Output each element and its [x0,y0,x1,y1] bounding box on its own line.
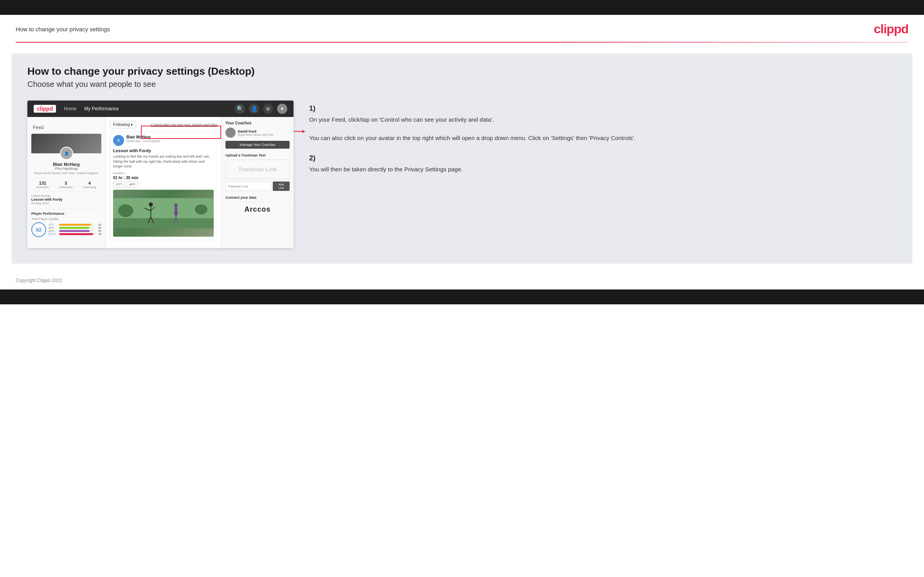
profile-banner: 👤 [31,134,101,153]
page-heading: How to change your privacy settings (Des… [27,65,897,77]
app-mockup: clippd Home My Performance 🔍 👤 ⊕ ▼ Feed [27,101,294,248]
connect-data-section: Connect your data Arccos [225,196,290,217]
coach-club: Royal North Devon Golf Club [238,133,273,136]
instruction-1-text: On your Feed, click/tap on 'Control who … [309,115,897,142]
tag-ott: OTT [113,182,125,187]
post-card: B Blair McHarg Yesterday · Sunningdale L… [110,131,217,240]
header-divider [16,42,908,43]
trackman-placeholder: Trackman Link [225,160,290,179]
coach-info: David Ford Royal North Devon Golf Club [238,129,273,136]
post-duration-value: 01 hr : 30 min [113,176,214,180]
latest-activity-title: Lesson with Fordy [31,198,101,201]
stat-following-num: 4 [83,181,96,185]
post-image [113,190,214,237]
arccos-logo: Arccos [225,202,290,217]
bottom-bar [0,289,924,304]
feed-tab[interactable]: Feed [27,122,105,134]
red-arrow-svg [294,128,305,135]
post-header: B Blair McHarg Yesterday · Sunningdale [113,135,214,146]
latest-activity-date: 03 Aug 2022 [31,201,101,205]
svg-point-3 [195,204,207,214]
connect-title: Connect your data [225,196,290,200]
manage-coaches-button[interactable]: Manage Your Coaches [225,141,290,149]
stat-activities-num: 131 [36,181,49,185]
instructions-column: 1) On your Feed, click/tap on 'Control w… [305,101,897,185]
page-subheading: Choose what you want people to see [27,80,897,89]
profile-card: 👤 Blair McHarg Plus Handicap Royal North… [27,134,105,243]
instruction-1: 1) On your Feed, click/tap on 'Control w… [309,104,897,142]
nav-link-home[interactable]: Home [64,106,76,111]
stat-followers-label: Followers [59,185,72,189]
page-title: How to change your privacy settings [16,26,110,32]
upload-title: Upload a Trackman Test [225,153,290,157]
svg-point-10 [174,203,178,207]
nav-link-performance[interactable]: My Performance [84,106,119,111]
coach-row: David Ford Royal North Devon Golf Club [225,128,290,138]
stat-following-label: Following [83,185,96,189]
avatar-icon[interactable]: ▼ [277,104,287,114]
following-label: Following [113,122,130,127]
stat-followers: 3 Followers [59,181,72,189]
svg-rect-1 [113,218,214,228]
app-right-panel: Your Coaches David Ford Royal North Devo… [221,117,294,248]
compass-icon[interactable]: ⊕ [263,104,273,114]
post-tags: OTT APP [113,182,214,187]
control-privacy-link[interactable]: Control who can see your activity and da… [151,123,217,127]
bar-app: APP 85 [49,226,101,229]
svg-point-4 [149,202,153,206]
stat-following: 4 Following [83,181,96,189]
copyright-text: Copyright Clippd 2022 [16,278,62,283]
instruction-2: 2) You will then be taken directly to th… [309,154,897,174]
trackman-input[interactable] [225,182,271,191]
post-meta: Yesterday · Sunningdale [126,139,160,143]
post-author-avatar: B [113,135,124,146]
perf-row: 92 OTT 90 APP [31,222,101,237]
latest-activity: Latest Activity Lesson with Fordy 03 Aug… [31,191,101,207]
footer: Copyright Clippd 2022 [0,271,924,289]
add-link-button[interactable]: Add Link [273,182,290,191]
upload-trackman-section: Upload a Trackman Test Trackman Link Add… [225,153,290,191]
profile-name: Blair McHarg [31,162,101,167]
perf-quality-label: Total Player Quality [31,217,101,221]
profile-handicap: Plus Handicap [31,167,101,171]
post-author-name: Blair McHarg [126,135,160,139]
stat-activities-label: Activities [36,185,49,189]
nav-icons: 🔍 👤 ⊕ ▼ [235,104,287,114]
user-icon[interactable]: 👤 [249,104,259,114]
main-content: How to change your privacy settings (Des… [12,54,912,264]
top-bar [0,0,924,15]
post-author-info: Blair McHarg Yesterday · Sunningdale [126,135,160,143]
profile-avatar: 👤 [60,147,73,160]
control-link-row: Following ▾ Control who can see your act… [110,121,217,128]
coach-avatar [225,128,236,138]
instruction-2-text: You will then be taken directly to the P… [309,165,897,174]
coaches-title: Your Coaches [225,121,290,125]
perf-title: Player Performance [31,212,101,216]
content-columns: clippd Home My Performance 🔍 👤 ⊕ ▼ Feed [27,101,897,248]
app-sidebar: Feed 👤 Blair McHarg Plus Handicap Royal … [27,117,106,248]
app-mockup-logo: clippd [34,105,56,113]
app-mockup-wrapper: clippd Home My Performance 🔍 👤 ⊕ ▼ Feed [27,101,294,248]
tag-app: APP [126,182,138,187]
instruction-1-number: 1) [309,104,897,113]
player-performance: Player Performance Total Player Quality … [31,209,101,239]
svg-marker-17 [302,130,305,133]
stat-activities: 131 Activities [36,181,49,189]
post-description: Looking to feel like my hands are exitin… [113,154,214,169]
profile-club: Royal North Devon Golf Club, United King… [31,171,101,175]
bar-putt: PUTT 96 [49,233,101,235]
post-title: Lesson with Fordy [113,148,214,153]
coaches-section: Your Coaches David Ford Royal North Devo… [225,121,290,149]
following-button[interactable]: Following ▾ [110,121,136,128]
search-icon[interactable]: 🔍 [235,104,245,114]
golfer-scene-svg [113,190,214,237]
clippd-logo: clippd [874,22,908,36]
score-circle: 92 [31,222,46,237]
coach-name: David Ford [238,129,273,133]
bar-arg: ARG 86 [49,230,101,232]
instruction-2-number: 2) [309,154,897,162]
header: How to change your privacy settings clip… [0,15,924,42]
perf-bars: OTT 90 APP 85 [49,223,101,236]
app-body: Feed 👤 Blair McHarg Plus Handicap Royal … [27,117,294,248]
chevron-down-icon: ▾ [131,122,133,127]
